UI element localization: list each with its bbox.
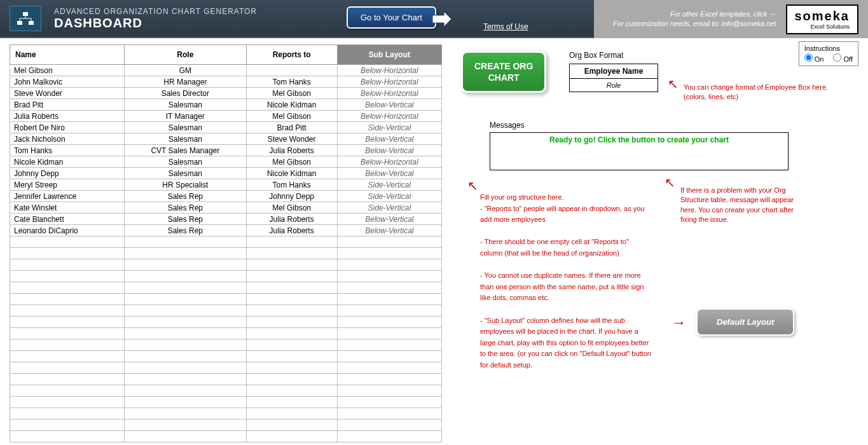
cell-sublayout[interactable]	[337, 351, 441, 362]
cell-reports[interactable]	[246, 420, 337, 431]
cell-name[interactable]: Mel Gibson	[10, 65, 125, 76]
cell-sublayout[interactable]: Below-Horizontal	[337, 156, 441, 168]
cell-role[interactable]: Salesman	[125, 122, 246, 134]
templates-link-text[interactable]: For other Excel templates, click →	[613, 10, 776, 19]
table-row[interactable]: Julia RobertsIT ManagerMel GibsonBelow-H…	[10, 111, 442, 122]
cell-role[interactable]	[125, 339, 246, 351]
table-row[interactable]	[10, 248, 442, 259]
cell-sublayout[interactable]	[337, 294, 441, 305]
cell-name[interactable]	[10, 294, 125, 305]
table-row[interactable]	[10, 294, 442, 305]
terms-link[interactable]: Terms of Use	[483, 22, 528, 31]
cell-role[interactable]	[125, 282, 246, 294]
cell-role[interactable]	[125, 236, 246, 248]
cell-role[interactable]: Salesman	[125, 99, 246, 111]
cell-name[interactable]: Kate Winslet	[10, 202, 125, 214]
cell-role[interactable]: GM	[125, 65, 246, 76]
table-row[interactable]	[10, 339, 442, 351]
cell-sublayout[interactable]	[337, 328, 441, 339]
cell-reports[interactable]	[246, 271, 337, 282]
cell-reports[interactable]: Julia Roberts	[246, 225, 337, 236]
cell-sublayout[interactable]	[337, 362, 441, 374]
cell-role[interactable]: Sales Rep	[125, 214, 246, 225]
cell-reports[interactable]: Julia Roberts	[246, 145, 337, 156]
cell-reports[interactable]: Nicole Kidman	[246, 99, 337, 111]
cell-reports[interactable]	[246, 317, 337, 328]
cell-sublayout[interactable]	[337, 236, 441, 248]
table-row[interactable]: Leonardo DiCaprioSales RepJulia RobertsB…	[10, 225, 442, 236]
table-row[interactable]: Steve WonderSales DirectorMel GibsonBelo…	[10, 88, 442, 99]
cell-name[interactable]: Robert De Niro	[10, 122, 125, 134]
create-org-chart-button[interactable]: CREATE ORG CHART	[461, 51, 546, 93]
cell-name[interactable]	[10, 282, 125, 294]
cell-sublayout[interactable]: Below-Horizontal	[337, 76, 441, 88]
cell-role[interactable]	[125, 431, 246, 442]
cell-reports[interactable]	[246, 305, 337, 317]
table-row[interactable]	[10, 362, 442, 374]
cell-name[interactable]: Tom Hanks	[10, 145, 125, 156]
cell-role[interactable]	[125, 374, 246, 385]
table-row[interactable]: Brad PittSalesmanNicole KidmanBelow-Vert…	[10, 99, 442, 111]
cell-reports[interactable]	[246, 65, 337, 76]
cell-role[interactable]	[125, 294, 246, 305]
table-row[interactable]: Mel GibsonGMBelow-Horizontal	[10, 65, 442, 76]
instructions-on-radio[interactable]: On	[804, 53, 824, 63]
cell-role[interactable]	[125, 248, 246, 259]
table-row[interactable]: Nicole KidmanSalesmanMel GibsonBelow-Hor…	[10, 156, 442, 168]
cell-role[interactable]: IT Manager	[125, 111, 246, 122]
table-row[interactable]	[10, 397, 442, 408]
cell-name[interactable]	[10, 305, 125, 317]
cell-sublayout[interactable]: Below-Vertical	[337, 99, 441, 111]
cell-role[interactable]: HR Manager	[125, 76, 246, 88]
cell-sublayout[interactable]	[337, 420, 441, 431]
cell-role[interactable]: Sales Rep	[125, 202, 246, 214]
cell-reports[interactable]	[246, 328, 337, 339]
cell-reports[interactable]	[246, 259, 337, 271]
cell-name[interactable]	[10, 351, 125, 362]
cell-sublayout[interactable]: Side-Vertical	[337, 179, 441, 191]
cell-sublayout[interactable]: Below-Vertical	[337, 168, 441, 179]
cell-sublayout[interactable]: Below-Vertical	[337, 134, 441, 145]
table-row[interactable]	[10, 271, 442, 282]
cell-sublayout[interactable]: Below-Vertical	[337, 214, 441, 225]
cell-role[interactable]: Sales Rep	[125, 225, 246, 236]
cell-role[interactable]: CVT Sales Manager	[125, 145, 246, 156]
cell-name[interactable]	[10, 317, 125, 328]
table-row[interactable]	[10, 374, 442, 385]
table-row[interactable]: Cate BlanchettSales RepJulia RobertsBelo…	[10, 214, 442, 225]
cell-name[interactable]: Jennifer Lawrence	[10, 191, 125, 202]
cell-role[interactable]	[125, 305, 246, 317]
cell-name[interactable]	[10, 362, 125, 374]
cell-role[interactable]	[125, 362, 246, 374]
table-row[interactable]	[10, 408, 442, 420]
table-row[interactable]: John MalkovicHR ManagerTom HanksBelow-Ho…	[10, 76, 442, 88]
cell-name[interactable]: Cate Blanchett	[10, 214, 125, 225]
cell-reports[interactable]	[246, 385, 337, 397]
table-row[interactable]: Robert De NiroSalesmanBrad PittSide-Vert…	[10, 122, 442, 134]
cell-name[interactable]	[10, 431, 125, 442]
cell-sublayout[interactable]	[337, 339, 441, 351]
cell-role[interactable]: Sales Director	[125, 88, 246, 99]
table-row[interactable]	[10, 236, 442, 248]
org-box-preview[interactable]: Employee Name Role	[569, 64, 658, 92]
table-row[interactable]	[10, 317, 442, 328]
cell-sublayout[interactable]: Side-Vertical	[337, 122, 441, 134]
cell-role[interactable]	[125, 351, 246, 362]
cell-role[interactable]	[125, 397, 246, 408]
cell-name[interactable]	[10, 385, 125, 397]
cell-sublayout[interactable]	[337, 271, 441, 282]
cell-sublayout[interactable]	[337, 248, 441, 259]
cell-sublayout[interactable]	[337, 374, 441, 385]
cell-reports[interactable]: Tom Hanks	[246, 179, 337, 191]
table-row[interactable]: Meryl StreepHR SpecialistTom HanksSide-V…	[10, 179, 442, 191]
cell-reports[interactable]: Mel Gibson	[246, 111, 337, 122]
cell-sublayout[interactable]	[337, 431, 441, 442]
cell-name[interactable]	[10, 374, 125, 385]
cell-reports[interactable]: Brad Pitt	[246, 122, 337, 134]
cell-role[interactable]	[125, 317, 246, 328]
cell-sublayout[interactable]	[337, 305, 441, 317]
cell-name[interactable]: Brad Pitt	[10, 99, 125, 111]
table-row[interactable]	[10, 305, 442, 317]
cell-reports[interactable]: Steve Wonder	[246, 134, 337, 145]
table-row[interactable]: Tom HanksCVT Sales ManagerJulia RobertsB…	[10, 145, 442, 156]
